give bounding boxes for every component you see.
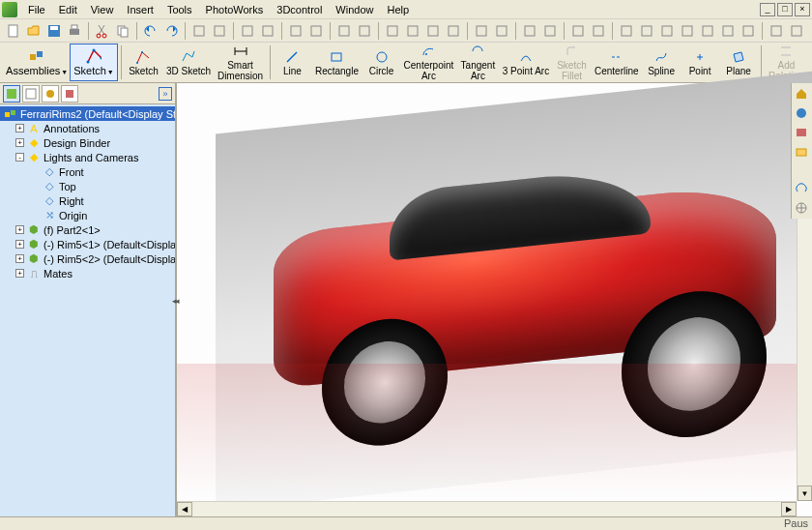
menu-view[interactable]: View bbox=[84, 2, 121, 17]
new-button[interactable] bbox=[4, 21, 23, 41]
restore-button[interactable]: □ bbox=[777, 3, 793, 16]
render4-button[interactable] bbox=[444, 21, 463, 41]
horizontal-scrollbar[interactable]: ◀ ▶ bbox=[177, 501, 797, 516]
options-button[interactable] bbox=[258, 21, 277, 41]
assemblies-tab[interactable]: Assemblies▼ bbox=[4, 44, 70, 81]
render-tab[interactable] bbox=[61, 85, 78, 103]
smart-dimension-button[interactable]: Smart Dimension bbox=[215, 44, 267, 81]
plane-button[interactable]: Plane bbox=[719, 44, 758, 81]
point-button[interactable]: Point bbox=[681, 44, 719, 81]
wire-button[interactable] bbox=[589, 21, 608, 41]
mag-sel-button[interactable] bbox=[617, 21, 636, 41]
sketch-tool-button[interactable] bbox=[210, 21, 229, 41]
menu-insert[interactable]: Insert bbox=[120, 2, 160, 17]
tree-item[interactable]: ◇Front bbox=[0, 164, 175, 179]
sketch-button[interactable]: Sketch bbox=[124, 44, 162, 81]
centerline-button[interactable]: Centerline bbox=[591, 44, 642, 81]
open-button[interactable] bbox=[24, 21, 44, 41]
zoom-prev-button[interactable] bbox=[739, 21, 758, 41]
render1-button[interactable] bbox=[383, 21, 402, 41]
rectangle-button[interactable]: Rectangle bbox=[311, 44, 362, 81]
circle-button[interactable]: Circle bbox=[362, 44, 401, 81]
view-palette-icon[interactable] bbox=[793, 180, 810, 197]
rebuild-button[interactable] bbox=[238, 21, 257, 41]
grid-button[interactable] bbox=[286, 21, 305, 41]
scroll-down-button[interactable]: ▼ bbox=[798, 486, 812, 501]
tree-root[interactable]: FerrariRims2 (Default<Display State-1 bbox=[0, 106, 175, 121]
persp-button[interactable] bbox=[568, 21, 588, 41]
menu-tools[interactable]: Tools bbox=[160, 2, 199, 17]
file-explorer-icon[interactable] bbox=[793, 143, 810, 161]
minimize-button[interactable]: _ bbox=[760, 3, 775, 16]
menu-bar: FileEditViewInsertToolsPhotoWorks3Dcontr… bbox=[0, 0, 812, 19]
zoom-area-button[interactable] bbox=[678, 21, 697, 41]
print-button[interactable] bbox=[65, 21, 84, 41]
3pt-arc-button[interactable]: 3 Point Arc bbox=[499, 44, 552, 81]
rotate-l-button[interactable] bbox=[472, 21, 491, 41]
tree-item[interactable]: ◇Right bbox=[0, 193, 175, 208]
shaded-button[interactable] bbox=[355, 21, 374, 41]
graphics-viewport[interactable]: ◂◂ ↖ ▲ ▼ ◀ ▶ bbox=[176, 83, 812, 516]
mag-plus-button[interactable] bbox=[637, 21, 656, 41]
3d-sketch-button[interactable]: 3D Sketch bbox=[162, 44, 214, 81]
close-button[interactable]: × bbox=[795, 3, 810, 16]
tree-twisty[interactable]: + bbox=[15, 225, 24, 234]
menu-window[interactable]: Window bbox=[329, 2, 380, 17]
splitter-handle[interactable]: ◂◂ bbox=[172, 296, 178, 306]
save-button[interactable] bbox=[44, 21, 64, 41]
tree-item[interactable]: +⎍Mates bbox=[0, 266, 175, 280]
menu-edit[interactable]: Edit bbox=[52, 2, 84, 17]
tangent-arc-button[interactable]: Tangent Arc bbox=[456, 44, 499, 81]
axes-button[interactable] bbox=[767, 21, 786, 41]
render2-button[interactable] bbox=[403, 21, 422, 41]
menu-3dcontrol[interactable]: 3Dcontrol bbox=[270, 2, 329, 17]
menu-help[interactable]: Help bbox=[380, 2, 416, 17]
tree-twisty[interactable]: + bbox=[15, 269, 24, 278]
rotate-r-button[interactable] bbox=[492, 21, 511, 41]
zoom-fit-button[interactable] bbox=[657, 21, 677, 41]
design-library-icon[interactable] bbox=[793, 124, 810, 141]
cut-button[interactable] bbox=[93, 21, 112, 41]
tree-item[interactable]: ◇Top bbox=[0, 179, 175, 193]
scroll-right-button[interactable]: ▶ bbox=[781, 502, 797, 516]
copy-button[interactable] bbox=[113, 21, 132, 41]
config-tab[interactable] bbox=[42, 85, 59, 103]
tree-item[interactable]: ⤭Origin bbox=[0, 208, 175, 222]
tree-twisty[interactable]: + bbox=[15, 240, 24, 249]
panel-expand-button[interactable]: » bbox=[159, 87, 172, 101]
select-button[interactable] bbox=[189, 21, 209, 41]
tree-twisty[interactable]: + bbox=[15, 138, 24, 147]
orbit-button[interactable] bbox=[540, 21, 560, 41]
render3-button[interactable] bbox=[423, 21, 443, 41]
sketch-tab[interactable]: Sketch▼ bbox=[70, 44, 117, 81]
pan-button[interactable] bbox=[520, 21, 539, 41]
section-button[interactable] bbox=[334, 21, 354, 41]
view-button[interactable] bbox=[787, 21, 806, 41]
hide-button[interactable] bbox=[306, 21, 326, 41]
zoom-in-button[interactable] bbox=[698, 21, 717, 41]
tree-twisty[interactable]: + bbox=[15, 254, 24, 263]
property-tab[interactable] bbox=[22, 85, 40, 103]
scroll-left-button[interactable]: ◀ bbox=[177, 502, 192, 516]
tree-item[interactable]: -◆Lights and Cameras bbox=[0, 150, 175, 164]
appearances-icon[interactable] bbox=[793, 199, 810, 217]
tree-item[interactable]: +◆Design Binder bbox=[0, 135, 175, 150]
undo-button[interactable] bbox=[141, 21, 160, 41]
tree-twisty[interactable]: - bbox=[15, 153, 24, 162]
menu-photoworks[interactable]: PhotoWorks bbox=[199, 2, 271, 17]
menu-file[interactable]: File bbox=[21, 2, 52, 17]
tree-item[interactable]: +AAnnotations bbox=[0, 121, 175, 135]
redo-button[interactable] bbox=[161, 21, 181, 41]
resources-icon[interactable] bbox=[793, 104, 810, 122]
feature-tree-tab[interactable] bbox=[3, 85, 20, 103]
tree-item[interactable]: +⬢(f) Part2<1> bbox=[0, 222, 175, 237]
line-button[interactable]: Line bbox=[273, 44, 311, 81]
zoom-out-button[interactable] bbox=[718, 21, 738, 41]
tree-twisty[interactable]: + bbox=[15, 124, 24, 132]
home-icon[interactable] bbox=[793, 85, 810, 103]
tree-item[interactable]: +⬢(-) Rim5<2> (Default<Display State bbox=[0, 251, 175, 266]
feature-tree[interactable]: FerrariRims2 (Default<Display State-1 +A… bbox=[0, 104, 175, 516]
spline-button[interactable]: Spline bbox=[642, 44, 681, 81]
tree-item[interactable]: +⬢(-) Rim5<1> (Default<Display State bbox=[0, 237, 175, 251]
centerpoint-arc-button[interactable]: Centerpoint Arc bbox=[401, 44, 457, 81]
